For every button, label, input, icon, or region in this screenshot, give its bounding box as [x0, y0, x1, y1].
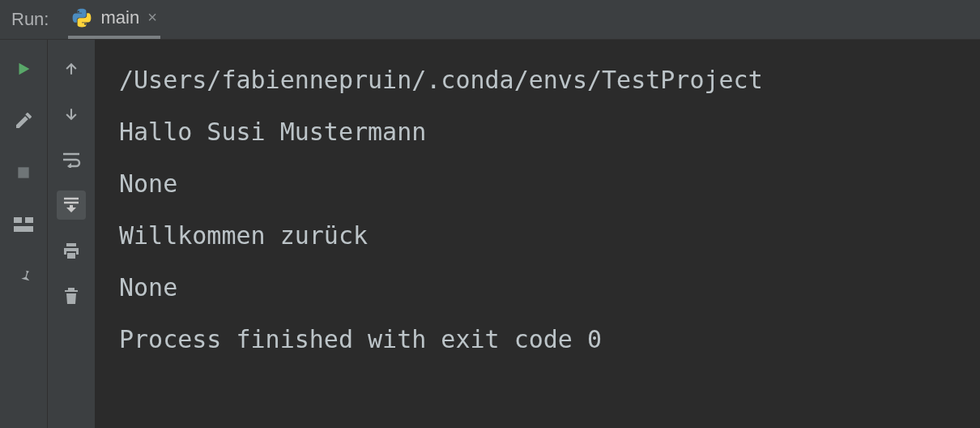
up-stack-button[interactable]	[57, 54, 86, 83]
console-line: /Users/fabiennepruin/.conda/envs/TestPro…	[119, 54, 980, 106]
run-header: Run: main ×	[0, 0, 980, 40]
scroll-to-end-button[interactable]	[57, 190, 86, 220]
run-tool-window: Run: main ×	[0, 0, 980, 428]
print-button[interactable]	[57, 236, 86, 265]
tab-label: main	[100, 7, 139, 28]
run-toolbar-left	[0, 40, 47, 428]
console-line: Process finished with exit code 0	[119, 314, 980, 366]
console-output[interactable]: /Users/fabiennepruin/.conda/envs/TestPro…	[95, 40, 980, 428]
svg-rect-2	[25, 217, 33, 223]
run-config-tab[interactable]: main ×	[68, 0, 160, 39]
console-line: Hallo Susi Mustermann	[119, 106, 980, 158]
svg-rect-0	[18, 167, 28, 178]
python-icon	[71, 7, 92, 28]
pin-button[interactable]	[9, 262, 38, 291]
console-toolbar	[47, 40, 95, 428]
rerun-button[interactable]	[9, 54, 38, 83]
svg-rect-1	[14, 217, 22, 223]
console-line: None	[119, 262, 980, 314]
run-body: /Users/fabiennepruin/.conda/envs/TestPro…	[0, 40, 980, 428]
clear-button[interactable]	[57, 281, 86, 310]
layout-button[interactable]	[9, 210, 38, 239]
run-label: Run:	[11, 9, 49, 30]
close-tab-icon[interactable]: ×	[147, 9, 157, 27]
soft-wrap-button[interactable]	[57, 145, 86, 174]
console-line: None	[119, 158, 980, 210]
console-line: Willkommen zurück	[119, 210, 980, 262]
edit-config-button[interactable]	[9, 106, 38, 135]
stop-button[interactable]	[9, 158, 38, 187]
svg-rect-3	[14, 226, 33, 232]
down-stack-button[interactable]	[57, 100, 86, 129]
